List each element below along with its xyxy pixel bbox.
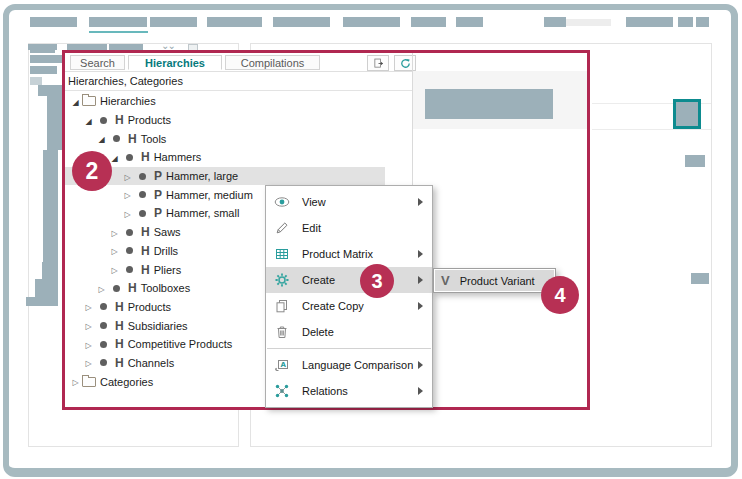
caret-icon[interactable] [110,152,119,163]
hierarchy-node-icon: H [141,152,150,162]
menu-item-view[interactable]: View [266,189,432,215]
submenu-arrow-icon [418,302,423,310]
bullet-icon [126,266,133,273]
tree-label: Channels [128,357,174,369]
hierarchy-node-icon: H [128,134,137,144]
gear-icon [274,272,290,288]
menu-item-relations[interactable]: Relations [266,378,432,404]
product-variant-icon: V [441,273,450,288]
bullet-icon [100,359,107,366]
redacted-title-block [425,89,553,119]
export-icon [372,57,385,70]
bullet-icon [126,229,133,236]
submenu-arrow-icon [418,250,423,258]
tree-label: Pliers [154,264,182,276]
caret-icon[interactable] [84,115,93,126]
tree-label: Subsidiaries [128,320,188,332]
tree-label: Drills [154,245,178,257]
caret-icon[interactable] [97,283,106,294]
menu-item-language-comparison[interactable]: A Language Comparison [266,352,432,378]
hierarchy-node-icon: H [115,321,124,331]
product-node-icon: P [154,208,162,218]
menu-item-delete[interactable]: Delete [266,319,432,345]
pencil-icon [274,220,290,236]
tree-header-label: Hierarchies, Categories [65,71,412,91]
tab-compilations[interactable]: Compilations [225,55,320,70]
menu-item-label: Delete [302,326,424,338]
bullet-icon [139,191,146,198]
tree-label: Tools [141,133,167,145]
eye-icon [274,194,290,210]
caret-icon[interactable] [97,133,106,144]
menu-item-product-matrix[interactable]: Product Matrix [266,241,432,267]
submenu-arrow-icon [418,361,423,369]
menu-item-edit[interactable]: Edit [266,215,432,241]
hierarchy-node-icon: H [115,115,124,125]
create-submenu: V Product Variant [433,268,556,293]
tree-label: Hammer, small [166,207,239,219]
tab-hierarchies[interactable]: Hierarchies [128,55,222,70]
hierarchy-node-icon: H [115,339,124,349]
submenu-arrow-icon [418,387,423,395]
menu-item-product-variant[interactable]: V Product Variant [435,270,554,291]
export-button[interactable] [367,55,389,71]
bullet-icon [100,322,107,329]
tree-row-hammers[interactable]: H Hammers [65,148,412,167]
context-menu: View Edit Product Matrix Create Create C… [265,185,433,408]
menu-item-label: Relations [302,385,418,397]
hierarchy-node-icon: H [128,283,137,293]
tree-label: Categories [100,376,153,388]
caret-icon[interactable] [123,189,132,200]
hierarchy-node-icon: H [115,302,124,312]
caret-icon[interactable] [123,171,132,182]
tree-row-tools[interactable]: H Tools [65,129,412,148]
folder-icon [82,96,96,106]
caret-icon[interactable] [71,376,80,387]
tree-label: Hammer, medium [166,189,253,201]
caret-icon[interactable] [84,339,93,350]
screenshot-stage: ⌄⌄ Search Hierarchies Compilations [0,0,742,479]
tree-label: Hierarchies [100,95,156,107]
tree-row-products[interactable]: H Products [65,111,412,130]
menu-item-label: Product Matrix [302,248,418,260]
folder-icon [82,377,96,387]
grid-icon [274,246,290,262]
relations-icon [274,383,290,399]
refresh-icon [399,57,412,70]
tree-row-hierarchies[interactable]: Hierarchies [65,92,412,111]
bullet-icon [100,117,107,124]
menu-item-label: View [302,196,418,208]
hierarchy-node-icon: H [115,358,124,368]
menu-separator [267,348,431,349]
menu-item-create[interactable]: Create [266,267,432,293]
tab-search[interactable]: Search [70,55,125,70]
step-callout-2: 2 [72,151,112,191]
bullet-icon [126,247,133,254]
submenu-item-label: Product Variant [460,275,535,287]
bullet-icon [113,285,120,292]
caret-icon[interactable] [123,208,132,219]
caret-icon[interactable] [110,245,119,256]
caret-icon[interactable] [84,320,93,331]
product-node-icon: P [154,190,162,200]
bullet-icon [100,303,107,310]
tree-row-hammer-large[interactable]: P Hammer, large [65,167,412,186]
menu-item-create-copy[interactable]: Create Copy [266,293,432,319]
submenu-arrow-icon [418,198,423,206]
language-comparison-icon: A [274,357,290,373]
bullet-icon [100,341,107,348]
copy-icon [274,298,290,314]
caret-icon[interactable] [84,301,93,312]
menu-item-label: Edit [302,222,424,234]
caret-icon[interactable] [71,96,80,107]
product-node-icon: P [154,171,162,181]
caret-icon[interactable] [110,227,119,238]
tree-label: Hammers [154,151,202,163]
tree-label: Products [128,301,171,313]
step-callout-4: 4 [541,276,579,314]
hierarchy-node-icon: H [141,265,150,275]
tree-label: Saws [154,226,181,238]
tree-label: Toolboxes [141,282,191,294]
caret-icon[interactable] [110,264,119,275]
caret-icon[interactable] [84,357,93,368]
